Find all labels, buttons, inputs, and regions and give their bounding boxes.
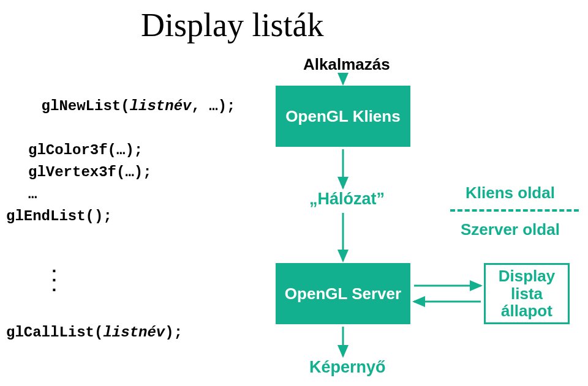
label-szerver-oldal: Szerver oldal <box>461 220 560 239</box>
code-rest: ); <box>165 324 183 341</box>
code-line-endlist: glEndList(); <box>6 206 235 228</box>
label-halozat: „Hálózat” <box>309 190 385 209</box>
code-block: glNewList(listnév, …); glColor3f(…); glV… <box>6 73 235 228</box>
code-line-newlist: glNewList(listnév, …); <box>6 73 235 139</box>
vertical-ellipsis: ... <box>49 263 59 291</box>
page-title: Display listák <box>141 6 323 44</box>
code-line-calllist: glCallList(listnév); <box>6 324 183 341</box>
box-opengl-kliens: OpenGL Kliens <box>276 86 410 147</box>
code-line-color: glColor3f(…); <box>28 139 235 161</box>
label-alkalmazas: Alkalmazás <box>303 55 390 74</box>
code-arg: listnév <box>103 324 165 341</box>
code-line-dots: … <box>28 184 235 206</box>
label-kepernyo: Képernyő <box>309 358 386 377</box>
label-kliens-oldal: Kliens oldal <box>466 184 555 202</box>
code-line-vertex: glVertex3f(…); <box>28 161 235 184</box>
code-fn: glCallList( <box>6 324 103 341</box>
box-display-lista-allapot: Displaylistaállapot <box>484 263 570 324</box>
code-rest: , …); <box>191 98 235 114</box>
code-arg: listnév <box>130 98 192 114</box>
box-opengl-server: OpenGL Server <box>276 263 410 324</box>
code-fn: glNewList( <box>42 98 130 114</box>
divider-dashed <box>450 209 579 212</box>
